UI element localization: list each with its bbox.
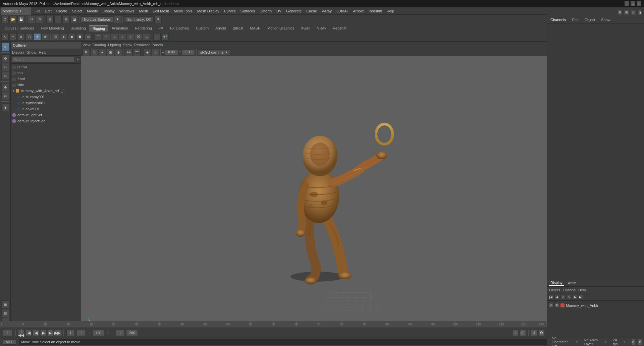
right-tab-show[interactable]: Show bbox=[600, 17, 612, 22]
shelf-plus2-btn[interactable]: +² bbox=[161, 33, 169, 41]
outliner-item-group[interactable]: ▼ Mummy_with_Ankh_nd1_1 bbox=[11, 88, 81, 94]
minimize-button[interactable]: — bbox=[625, 1, 629, 6]
layer-next-btn[interactable]: ▶| bbox=[579, 295, 583, 299]
vp-tex-btn[interactable]: ▣ bbox=[107, 49, 114, 56]
sub-help[interactable]: Help bbox=[578, 288, 586, 292]
snap-view-btn[interactable]: ◪ bbox=[70, 16, 78, 23]
range-start-input[interactable] bbox=[66, 330, 75, 336]
menu-generate[interactable]: Generate bbox=[284, 8, 304, 14]
vp-wire-btn[interactable]: ⬡ bbox=[91, 49, 98, 56]
select-tool-btn[interactable]: ↖ bbox=[1, 43, 9, 51]
cycle-btn[interactable]: ↺ bbox=[531, 330, 537, 336]
outliner-item-objectset[interactable]: defaultObjectSet bbox=[11, 118, 81, 124]
move-tool-btn[interactable]: ✛ bbox=[1, 54, 9, 62]
tab-rendering[interactable]: Rendering bbox=[131, 25, 155, 31]
menu-create[interactable]: Create bbox=[54, 8, 70, 14]
bottom-tab-anim[interactable]: Anim bbox=[567, 280, 578, 286]
vp-grid-btn[interactable]: ⊞ bbox=[83, 49, 90, 56]
tab-vray[interactable]: VRay bbox=[314, 25, 329, 31]
close-button[interactable]: ✕ bbox=[637, 1, 641, 6]
outliner-item-mummy001[interactable]: ◇ ↗ Mummy001 bbox=[11, 94, 81, 100]
timeline-ruler[interactable]: 1 5 10 15 20 25 30 35 40 45 bbox=[0, 321, 547, 328]
out-end-input[interactable] bbox=[126, 330, 138, 336]
step-back-btn[interactable]: |◀ bbox=[26, 330, 31, 336]
skip-start-btn[interactable]: |◀◀ bbox=[18, 330, 24, 336]
search-dropdown-icon[interactable]: ▼ bbox=[76, 58, 79, 61]
tab-bifrost[interactable]: Bifrost bbox=[229, 25, 247, 31]
playback-refresh-btn[interactable]: ↺ bbox=[632, 339, 636, 345]
quick-sel2-btn[interactable]: ⊟ bbox=[1, 309, 9, 317]
menu-file[interactable]: File bbox=[32, 8, 43, 14]
menu-display[interactable]: Display bbox=[100, 8, 117, 14]
layer-back-btn[interactable]: ◁ bbox=[560, 295, 565, 299]
menu-help[interactable]: Help bbox=[384, 8, 397, 14]
tab-rigging[interactable]: Rigging bbox=[89, 25, 108, 32]
range-end-input[interactable] bbox=[92, 330, 104, 336]
shelf-curve6-btn[interactable]: ⌘ bbox=[135, 33, 142, 41]
menu-modify[interactable]: Modify bbox=[85, 8, 100, 14]
viewport-menu-shading[interactable]: Shading bbox=[93, 43, 106, 47]
outliner-content[interactable]: 🎥 persp 🎥 top 🎥 front 🎥 side ▼ Mummy_wit… bbox=[11, 64, 81, 333]
shelf-curve3-btn[interactable]: ⌓ bbox=[111, 33, 118, 41]
shelf-select-btn[interactable]: ↖ bbox=[1, 33, 9, 41]
open-scene-btn[interactable]: 📂 bbox=[9, 16, 17, 23]
viewport-menu-view[interactable]: View bbox=[83, 43, 91, 47]
menu-curves[interactable]: Curves bbox=[222, 8, 238, 14]
tab-curves-surfaces[interactable]: Curves / Surfaces bbox=[1, 25, 37, 31]
tab-arnold[interactable]: Arnold bbox=[212, 25, 229, 31]
vp-value2-input[interactable] bbox=[181, 50, 195, 55]
shelf-curve1-btn[interactable]: ⌒ bbox=[95, 33, 102, 41]
vp-value1-input[interactable] bbox=[165, 50, 178, 55]
current-frame-input[interactable] bbox=[3, 330, 13, 336]
viewport-menu-lighting[interactable]: Lighting bbox=[108, 43, 121, 47]
menu-redshift[interactable]: Redshift bbox=[366, 8, 384, 14]
shelf-cyl-btn[interactable]: ⬢ bbox=[76, 33, 84, 41]
show-hide-btn[interactable]: ◑ bbox=[1, 103, 9, 111]
tab-poly-modeling[interactable]: Poly Modeling bbox=[37, 25, 67, 31]
layer-fwd-btn[interactable]: ▷ bbox=[567, 295, 571, 299]
vp-aa-btn[interactable]: AA bbox=[125, 49, 132, 56]
key-indicator-input[interactable] bbox=[77, 330, 85, 336]
shelf-plus-btn[interactable]: + bbox=[153, 33, 161, 41]
sub-layers[interactable]: Layers bbox=[549, 288, 560, 292]
outliner-item-ankh001[interactable]: ◇ ↗ ankh001 bbox=[11, 106, 81, 112]
menu-mesh[interactable]: Mesh bbox=[137, 8, 150, 14]
quick-sel1-btn[interactable]: ⊞ bbox=[1, 300, 9, 308]
viewport-menu-show[interactable]: Show bbox=[123, 43, 132, 47]
out-start-input[interactable] bbox=[116, 330, 124, 336]
menu-edit[interactable]: Edit bbox=[43, 8, 54, 14]
outliner-item-side[interactable]: 🎥 side bbox=[11, 82, 81, 88]
new-scene-btn[interactable]: 🗋 bbox=[1, 16, 9, 23]
tab-fx[interactable]: FX bbox=[155, 25, 167, 31]
tab-xgen[interactable]: XGen bbox=[298, 25, 314, 31]
skip-end-btn[interactable]: ▶▶| bbox=[55, 330, 61, 336]
shelf-paint-btn[interactable]: ◈ bbox=[17, 33, 25, 41]
shelf-curve2-btn[interactable]: ∽ bbox=[103, 33, 110, 41]
srgb-gamma-selector[interactable]: sRGB gamma ▼ bbox=[198, 49, 230, 55]
shelf-curve5-btn[interactable]: ⌗ bbox=[127, 33, 134, 41]
scale-tool-btn[interactable]: ⇔ bbox=[1, 72, 9, 80]
menu-arnold[interactable]: Arnold bbox=[351, 8, 366, 14]
menu-3dtoall[interactable]: 3DtoAll bbox=[334, 8, 351, 14]
shelf-plane-btn[interactable]: ▭ bbox=[84, 33, 92, 41]
snap-curve-btn[interactable]: ⌒ bbox=[54, 16, 62, 23]
right-tab-object[interactable]: Object bbox=[583, 17, 596, 22]
rp-icon1[interactable]: ⊞ bbox=[617, 10, 623, 15]
tab-custom[interactable]: Custom bbox=[193, 25, 212, 31]
viewport-menu-renderer[interactable]: Renderer bbox=[134, 43, 150, 47]
menu-deform[interactable]: Deform bbox=[257, 8, 274, 14]
tab-motion-graphics[interactable]: Motion Graphics bbox=[264, 25, 298, 31]
shelf-cube-btn[interactable]: ■ bbox=[68, 33, 75, 41]
menu-mesh-display[interactable]: Mesh Display bbox=[195, 8, 222, 14]
layer-step-back-btn[interactable]: ◀ bbox=[554, 295, 559, 299]
playback-settings-btn[interactable]: ⚙ bbox=[638, 339, 642, 345]
rp-icon4[interactable]: ◑ bbox=[637, 10, 643, 15]
menu-vray[interactable]: V-Ray bbox=[319, 8, 334, 14]
shelf-paint2-btn[interactable]: ⬡ bbox=[25, 33, 33, 41]
play-back-btn[interactable]: ◀ bbox=[33, 330, 39, 336]
undo-btn[interactable]: ↺ bbox=[28, 16, 35, 23]
shelf-move-btn[interactable]: ✛ bbox=[34, 33, 41, 41]
tab-fx-caching[interactable]: FX Caching bbox=[167, 25, 193, 31]
vp-solid-btn[interactable]: ■ bbox=[99, 49, 106, 56]
bottom-tab-display[interactable]: Display bbox=[549, 280, 564, 286]
